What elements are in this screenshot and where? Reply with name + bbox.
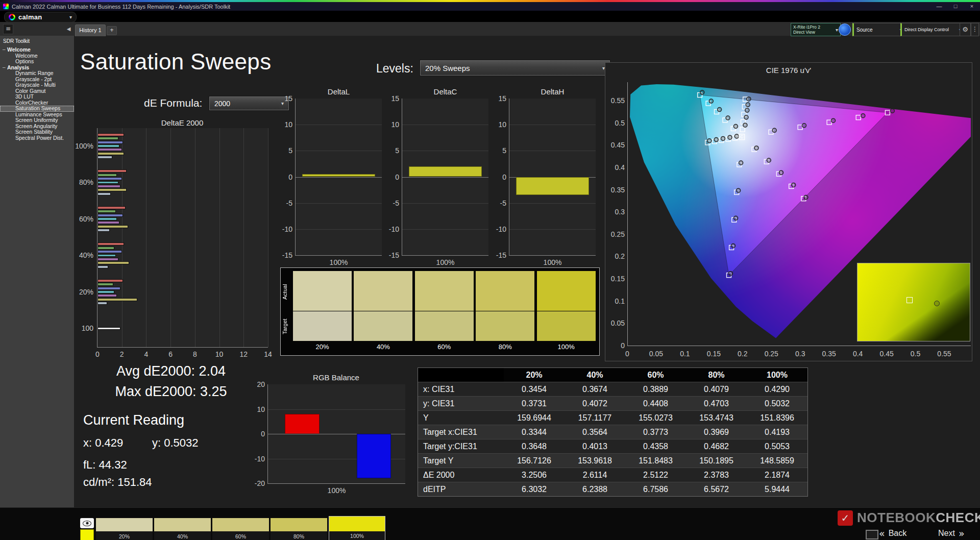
display-control-dropdown[interactable]: Direct Display Control ▾ xyxy=(900,23,965,36)
notebookcheck-logo-icon: ✓ xyxy=(838,510,853,526)
y-tick-label: 60% xyxy=(71,215,93,223)
table-row: Target y:CIE310.36480.40130.43580.46820.… xyxy=(418,439,807,454)
level-tile-80[interactable]: 80% xyxy=(271,518,327,540)
table-row: ΔE 20003.25062.61142.51222.37832.1874 xyxy=(418,468,807,482)
delta-bar xyxy=(409,166,482,177)
sidebar-item-options[interactable]: Options xyxy=(0,59,74,65)
rgb-bar-blue xyxy=(357,434,391,478)
add-tab-button[interactable]: + xyxy=(107,26,117,35)
back-button[interactable]: « Back xyxy=(879,527,906,539)
grid-line xyxy=(268,128,268,347)
tile-label: 100% xyxy=(329,533,385,539)
measured-marker xyxy=(721,136,725,140)
actual-swatch xyxy=(293,271,352,311)
x-tick-label: 0.45 xyxy=(876,350,897,358)
table-cell: 156.7126 xyxy=(504,454,565,468)
measured-marker xyxy=(934,301,940,306)
meter-dropdown[interactable]: X-Rite i1Pro 2 Direct View ▾ xyxy=(791,23,841,36)
de-bar xyxy=(97,302,107,305)
minimize-button[interactable]: — xyxy=(931,2,947,11)
sidebar-item-welcome[interactable]: Welcome xyxy=(0,53,74,59)
sidebar-item-welcome[interactable]: −Welcome xyxy=(0,47,74,53)
table-column-header: 100% xyxy=(747,368,807,382)
tree-expander-icon[interactable]: − xyxy=(2,47,7,53)
table-row: y: CIE310.37310.40720.44080.47030.5032 xyxy=(418,397,807,411)
chart-title: DeltaH xyxy=(509,87,596,96)
grid-line xyxy=(402,177,488,178)
delta-bar xyxy=(516,177,589,195)
sidebar-item-dynamic-range[interactable]: Dynamic Range xyxy=(0,70,74,77)
y-tick-label: -15 xyxy=(381,251,399,259)
close-button[interactable]: × xyxy=(964,2,980,11)
table-row-label: Target Y xyxy=(418,454,504,468)
table-cell: 0.3969 xyxy=(686,425,747,439)
table-cell: 6.5672 xyxy=(686,482,747,496)
y-tick-label: 0.3 xyxy=(606,208,625,216)
workflow-menu-icon[interactable]: ≡ xyxy=(3,24,13,34)
table-cell: 0.3674 xyxy=(565,382,625,396)
settings-gear-icon[interactable]: ⚙ xyxy=(960,23,971,36)
meter-line1: X-Rite i1Pro 2 xyxy=(793,24,820,30)
meter-line2: Direct View xyxy=(793,30,820,35)
more-options-icon[interactable]: ⋮ xyxy=(971,23,979,36)
sidebar-item-screen-stability[interactable]: Screen Stability xyxy=(0,129,74,135)
sidebar-item-grayscale-multi[interactable]: Grayscale - Multi xyxy=(0,82,74,88)
sidebar-item-screen-uniformity[interactable]: Screen Uniformity xyxy=(0,117,74,124)
grid-line xyxy=(296,151,382,151)
x-tick-label: 8 xyxy=(187,350,203,358)
y-tick-label: 0.25 xyxy=(606,230,625,238)
table-cell: 0.3889 xyxy=(625,382,686,396)
x-tick-label: 0.55 xyxy=(934,350,954,358)
y-tick-label: 0.4 xyxy=(606,163,625,171)
table-cell: 150.1895 xyxy=(686,454,747,468)
sidebar-item-spectral-power-dist[interactable]: Spectral Power Dist. xyxy=(0,135,74,141)
table-cell: 0.3344 xyxy=(504,425,565,439)
meter-status-icon[interactable] xyxy=(839,23,851,36)
table-column-header: 40% xyxy=(565,368,625,382)
swatch-level-label: 60% xyxy=(415,343,474,351)
current-color-tile[interactable] xyxy=(80,529,94,540)
measured-marker xyxy=(743,123,747,127)
levels-dropdown[interactable]: 20% Sweeps ▾ xyxy=(420,60,610,76)
sidebar-item-3d-lut[interactable]: 3D LUT xyxy=(0,94,74,100)
capture-icon[interactable] xyxy=(866,530,878,539)
tree-expander-icon[interactable]: − xyxy=(2,65,7,71)
maximize-button[interactable]: □ xyxy=(947,2,964,11)
next-label: Next xyxy=(938,529,955,538)
table-cell: 0.3648 xyxy=(504,439,565,453)
measured-marker xyxy=(714,138,718,142)
grid-line xyxy=(243,128,244,347)
level-tile-60[interactable]: 60% xyxy=(212,518,269,540)
sidebar-item-saturation-sweeps[interactable]: Saturation Sweeps xyxy=(0,106,74,112)
tile-label: 80% xyxy=(271,533,327,539)
x-tick-label: 10 xyxy=(212,350,227,358)
de-bar xyxy=(97,188,127,191)
x-tick-label: 0 xyxy=(90,350,105,358)
level-tile-20[interactable]: 20% xyxy=(96,518,153,540)
level-tile-40[interactable]: 40% xyxy=(154,518,211,540)
y-tick-label: 0 xyxy=(274,173,292,181)
sidebar-collapse-icon[interactable]: ◀ xyxy=(65,24,72,33)
grid-line xyxy=(402,125,488,125)
calman-menu-button[interactable]: calman ▾ xyxy=(4,12,77,22)
table-cell: 0.3773 xyxy=(625,425,686,439)
level-tile-100[interactable]: 100% xyxy=(329,516,385,540)
tab-history-1[interactable]: History 1 xyxy=(75,24,106,36)
sidebar-item-color-gamut[interactable]: Color Gamut xyxy=(0,88,74,94)
y-tick-label: 10 xyxy=(381,120,399,129)
next-button[interactable]: Next » xyxy=(938,527,965,539)
table-cell: 0.4290 xyxy=(747,382,807,396)
y-tick-label: -10 xyxy=(381,225,399,233)
levels-label: Levels: xyxy=(376,62,413,76)
measured-marker xyxy=(728,135,732,139)
de-formula-label: dE Formula: xyxy=(144,97,202,109)
source-dropdown[interactable]: Source ▾ xyxy=(852,23,905,36)
measured-marker xyxy=(745,108,749,112)
grid-line xyxy=(195,128,195,347)
preview-eye-tile[interactable] xyxy=(80,518,94,528)
y-tick-label: -15 xyxy=(488,251,506,259)
swatch-level-label: 40% xyxy=(354,343,412,351)
y-tick-label: 0 xyxy=(488,173,506,181)
y-tick-label: 0.1 xyxy=(606,297,625,305)
current-reading-heading: Current Reading xyxy=(83,412,184,428)
